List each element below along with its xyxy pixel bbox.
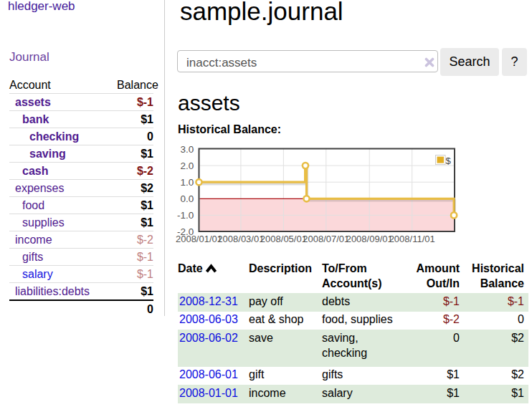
svg-text:2008/07/01: 2008/07/01: [303, 234, 349, 244]
svg-text:3.0: 3.0: [181, 144, 194, 155]
svg-text:2.0: 2.0: [181, 160, 194, 171]
svg-text:2008/11/01: 2008/11/01: [389, 234, 435, 244]
svg-text:$: $: [446, 155, 452, 166]
svg-text:-1.0: -1.0: [177, 210, 194, 221]
svg-text:2008/09/01: 2008/09/01: [346, 234, 393, 244]
svg-text:0.0: 0.0: [181, 193, 194, 204]
svg-text:2008/01/01: 2008/01/01: [176, 234, 222, 244]
svg-text:1.0: 1.0: [181, 177, 194, 188]
svg-text:2008/03/01: 2008/03/01: [217, 234, 264, 244]
svg-text:2008/05/01: 2008/05/01: [260, 234, 307, 244]
